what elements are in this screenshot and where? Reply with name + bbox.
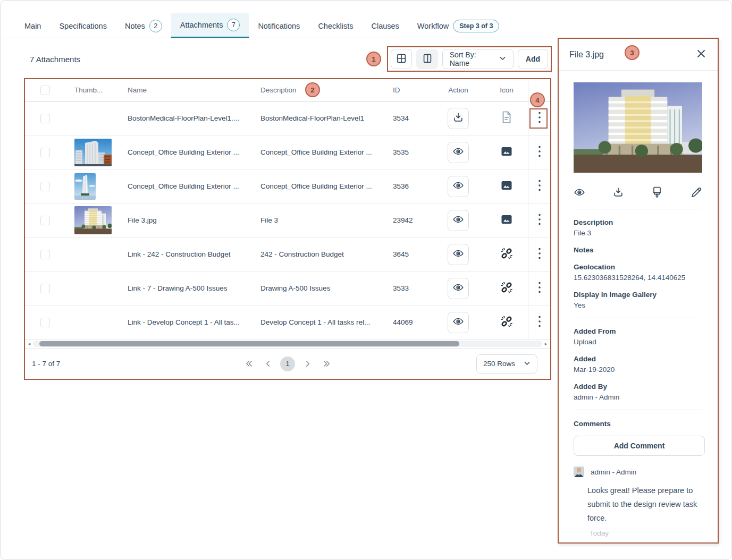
field-value: admin - Admin [574,393,703,401]
tab-count-badge: 2 [149,20,162,32]
attachment-thumbnail[interactable] [74,139,112,166]
row-menu-button[interactable] [532,108,548,129]
tab-attachments[interactable]: Attachments7 [171,13,249,38]
tab-label: Notes [125,22,145,30]
pencil-icon [690,186,703,200]
tab-workflow[interactable]: WorkflowStep 3 of 3 [408,13,509,38]
tab-checklists[interactable]: Checklists [309,13,362,38]
broken-link-icon [500,281,514,296]
rows-per-page-select[interactable]: 250 Rows [476,354,537,374]
preview-button[interactable] [448,278,469,299]
horizontal-scrollbar[interactable]: ◂ ▸ [25,340,550,348]
image-icon [500,213,513,227]
row-menu-button[interactable] [532,142,548,163]
attachment-name: Link - Develop Concept 1 - All tas... [121,306,254,339]
table-header-row: Thumb... Name Description ID Action Icon [25,79,550,101]
attachment-id: 3533 [384,271,431,305]
preview-button[interactable] [448,142,469,163]
table-row: File 3.jpgFile 323942 [25,203,550,237]
field-label: Notes [574,246,703,254]
attachment-thumbnail[interactable] [74,173,96,200]
row-checkbox[interactable] [40,318,50,327]
row-checkbox[interactable] [40,148,50,157]
pushpin-button[interactable] [651,186,663,200]
attachment-id: 23942 [384,203,431,237]
field-value: Upload [574,338,703,346]
split-view-button[interactable] [416,49,437,69]
field-label: Description [574,218,703,226]
row-checkbox[interactable] [40,114,50,123]
grid-view-button[interactable] [391,49,412,69]
row-menu-button[interactable] [532,176,548,197]
eye-icon [574,186,585,200]
current-page-indicator[interactable]: 1 [280,357,295,371]
column-header-icon: Icon [485,79,528,101]
attachments-table: Thumb... Name Description ID Action Icon… [24,78,551,380]
select-all-checkbox[interactable] [40,86,50,95]
kebab-icon [538,145,541,159]
preview-button[interactable] [448,312,469,333]
first-page-button[interactable] [242,357,256,371]
field-label: Added From [574,327,703,335]
attachment-thumbnail[interactable] [74,206,112,234]
last-page-button[interactable] [319,357,333,371]
table-row: Link - Develop Concept 1 - All tas...Dev… [25,306,550,340]
add-comment-button[interactable]: Add Comment [574,436,705,456]
tab-clauses[interactable]: Clauses [362,13,408,38]
scroll-left-arrow-icon[interactable]: ◂ [27,341,32,346]
attachment-description: BostonMedical-FloorPlan-Level1 [254,101,384,135]
tab-main[interactable]: Main [15,13,50,38]
scroll-right-arrow-icon[interactable]: ▸ [543,341,549,346]
close-panel-button[interactable] [695,48,707,61]
attachment-id: 44069 [384,306,431,339]
attachment-name: Concept_Office Building Exterior ... [121,169,254,203]
panel-title: File 3.jpg [569,50,604,60]
panel-divider [574,318,703,318]
annotation-circle-1: 1 [366,52,381,66]
field-value: Yes [574,301,703,309]
row-menu-button[interactable] [532,244,548,265]
tab-specifications[interactable]: Specifications [50,13,115,38]
row-checkbox[interactable] [40,284,50,293]
row-menu-button[interactable] [532,278,548,299]
kebab-icon [538,111,541,125]
sort-by-select[interactable]: Sort By: Name [442,49,514,69]
attachment-detail-panel: 3 File 3.jpg DescriptionFile 3NotesGeolo… [558,38,719,544]
attachment-id: 3534 [384,101,431,135]
preview-button[interactable] [448,176,469,197]
kebab-icon [538,179,541,193]
preview-button[interactable] [448,210,469,231]
scrollbar-track[interactable] [33,341,542,347]
column-header-thumb: Thumb... [65,79,121,101]
attachments-count-heading: 7 Attachments [30,55,80,64]
preview-button[interactable] [574,186,585,200]
tab-count-badge: 7 [227,19,240,31]
download-button[interactable] [612,186,624,200]
app-window: MainSpecificationsNotes2Attachments7Noti… [0,0,732,560]
annotation-circle-3: 3 [625,45,640,60]
field-label: Added [574,355,703,363]
tab-notes[interactable]: Notes2 [116,13,171,38]
tab-bar: MainSpecificationsNotes2Attachments7Noti… [15,13,508,38]
scrollbar-thumb[interactable] [39,341,459,346]
comment-text: Looks great! Please prepare to submit to… [587,483,702,525]
attachment-id: 3645 [384,237,431,271]
comment-author: admin - Admin [591,468,636,476]
image-icon [500,145,513,159]
annotation-circle-4: 4 [530,92,545,107]
row-checkbox[interactable] [40,182,50,191]
attachment-name: Concept_Office Building Exterior ... [121,135,254,169]
row-checkbox[interactable] [40,216,50,225]
previous-page-button[interactable] [261,357,275,371]
download-button[interactable] [448,108,469,129]
next-page-button[interactable] [300,357,314,371]
preview-button[interactable] [448,244,469,265]
pushpin-icon [651,186,663,200]
tab-notifications[interactable]: Notifications [249,13,309,38]
row-checkbox[interactable] [40,250,50,259]
row-menu-button[interactable] [532,312,548,333]
workflow-step-pill: Step 3 of 3 [453,20,499,32]
edit-button[interactable] [690,186,703,200]
add-attachment-button[interactable]: Add [518,49,548,69]
row-menu-button[interactable] [532,210,548,231]
